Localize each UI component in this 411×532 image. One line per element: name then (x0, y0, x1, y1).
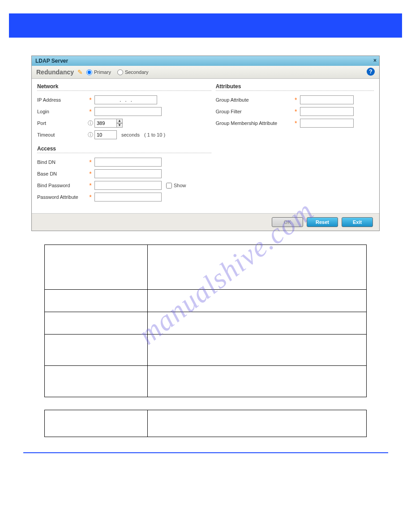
port-input[interactable] (94, 119, 117, 128)
port-row: Port ⓘ ▲ ▼ (37, 119, 211, 128)
timeout-row: Timeout ⓘ seconds ( 1 to 10 ) (37, 130, 211, 139)
login-label: Login (37, 109, 86, 114)
timeout-label: Timeout (37, 132, 86, 137)
group-member-row: Group Membership Attribute * (216, 119, 374, 128)
required-icon: * (86, 159, 94, 166)
bind-pw-input[interactable] (94, 181, 162, 190)
reset-button[interactable]: Reset (307, 217, 338, 227)
required-icon: * (292, 120, 300, 127)
redundancy-secondary-radio[interactable]: Secondary (117, 69, 149, 75)
table-cell (148, 410, 367, 437)
group-attr-label: Group Attribute (216, 97, 292, 103)
pw-attr-label: Password Attribute (37, 194, 86, 200)
timeout-input[interactable] (94, 130, 117, 139)
group-filter-label: Group Filter (216, 109, 292, 114)
bind-pw-label: Bind Password (37, 183, 86, 188)
port-spinner: ▲ ▼ (94, 119, 123, 128)
ip-label: IP Address (37, 97, 86, 103)
group-filter-input[interactable] (300, 107, 354, 116)
redundancy-primary-radio[interactable]: Primary (86, 69, 111, 75)
primary-radio-input[interactable] (86, 69, 92, 75)
timeout-hint: ( 1 to 10 ) (144, 132, 165, 137)
doc-table-1 (44, 245, 367, 397)
exit-button[interactable]: Exit (342, 217, 373, 227)
table-row (45, 335, 367, 366)
table-row (45, 410, 367, 437)
base-dn-label: Base DN (37, 171, 86, 176)
table-cell (45, 245, 148, 290)
primary-radio-label: Primary (94, 69, 111, 75)
redundancy-label: Redundancy (36, 69, 74, 76)
required-icon: * (86, 108, 94, 115)
port-spin-down[interactable]: ▼ (116, 123, 123, 128)
footer-rule (23, 452, 388, 453)
left-column: Network IP Address * Login * Port ⓘ ▲ ▼ (37, 83, 211, 204)
bind-dn-input[interactable] (94, 158, 162, 167)
required-icon: * (292, 96, 300, 103)
table-row (45, 245, 367, 290)
table-row (45, 366, 367, 397)
pw-attr-row: Password Attribute * (37, 193, 211, 202)
table-cell (45, 312, 148, 335)
port-spin-up[interactable]: ▲ (116, 119, 123, 123)
port-label: Port (37, 120, 86, 126)
bind-dn-row: Bind DN * (37, 158, 211, 167)
help-icon[interactable]: ? (367, 68, 375, 76)
base-dn-row: Base DN * (37, 169, 211, 178)
ip-row: IP Address * (37, 95, 211, 104)
timeout-unit: seconds (121, 132, 140, 137)
table-cell (148, 290, 367, 312)
login-row: Login * (37, 107, 211, 116)
group-member-label: Group Membership Attribute (216, 120, 292, 126)
table-cell (45, 366, 148, 397)
login-input[interactable] (94, 107, 162, 116)
redundancy-bar: Redundancy ✎ Primary Secondary ? (32, 66, 379, 79)
table-cell (45, 290, 148, 312)
show-password-checkbox[interactable]: Show (166, 183, 186, 189)
pw-attr-input[interactable] (94, 193, 162, 202)
table-row (45, 312, 367, 335)
doc-table-2 (44, 410, 367, 437)
table-cell (148, 335, 367, 366)
secondary-radio-label: Secondary (125, 69, 149, 75)
table-row (45, 290, 367, 312)
secondary-radio-input[interactable] (117, 69, 123, 75)
dialog-title-text: LDAP Server (35, 58, 68, 64)
info-icon: ⓘ (86, 131, 94, 139)
group-member-input[interactable] (300, 119, 354, 128)
dialog-body: Network IP Address * Login * Port ⓘ ▲ ▼ (32, 79, 379, 213)
group-attr-input[interactable] (300, 95, 354, 104)
group-attr-row: Group Attribute * (216, 95, 374, 104)
access-section-title: Access (37, 146, 211, 153)
right-column: Attributes Group Attribute * Group Filte… (211, 83, 374, 204)
table-cell (45, 410, 148, 437)
group-filter-row: Group Filter * (216, 107, 374, 116)
required-icon: * (86, 170, 94, 177)
ip-input[interactable] (94, 95, 157, 104)
bind-dn-label: Bind DN (37, 159, 86, 165)
dialog-button-bar: OK Reset Exit (32, 213, 379, 231)
network-section-title: Network (37, 83, 211, 91)
required-icon: * (86, 193, 94, 201)
base-dn-input[interactable] (94, 169, 162, 178)
table-cell (45, 335, 148, 366)
required-icon: * (292, 108, 300, 115)
table-cell (148, 245, 367, 290)
show-pw-label: Show (174, 183, 186, 188)
dialog-titlebar: LDAP Server × (32, 56, 379, 66)
ldap-server-dialog: LDAP Server × Redundancy ✎ Primary Secon… (31, 56, 380, 231)
pencil-icon[interactable]: ✎ (77, 69, 83, 76)
attributes-section-title: Attributes (216, 83, 374, 91)
close-icon[interactable]: × (373, 57, 377, 64)
ok-button[interactable]: OK (272, 217, 303, 227)
table-cell (148, 366, 367, 397)
port-spin-buttons: ▲ ▼ (116, 119, 123, 128)
table-cell (148, 312, 367, 335)
required-icon: * (86, 96, 94, 103)
bind-pw-row: Bind Password * Show (37, 181, 211, 190)
required-icon: * (86, 182, 94, 189)
page-top-banner (9, 13, 402, 38)
show-pw-check[interactable] (166, 183, 172, 189)
info-icon: ⓘ (86, 120, 94, 127)
